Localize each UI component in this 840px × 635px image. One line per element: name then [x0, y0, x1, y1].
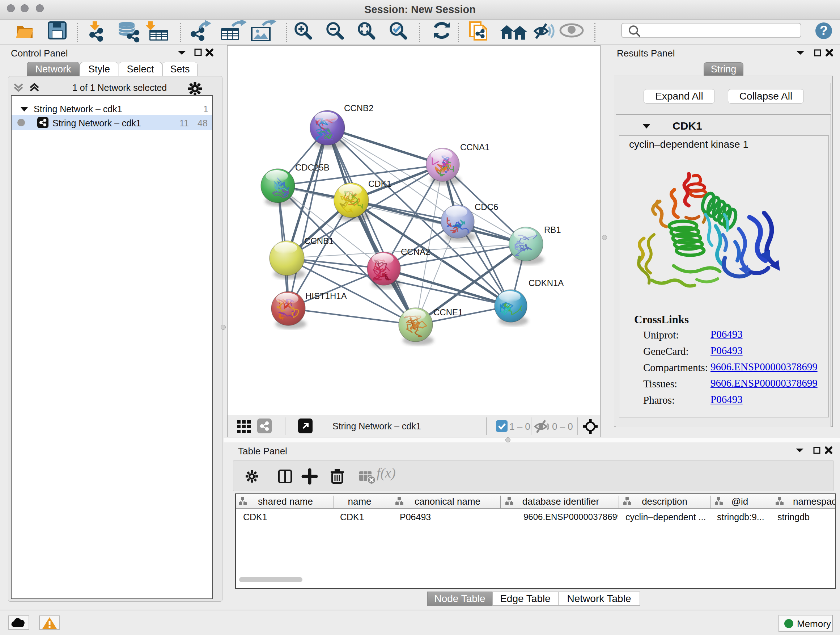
svg-text:?: ?	[820, 23, 828, 38]
svg-text:CCNB1: CCNB1	[304, 236, 333, 246]
svg-text:CDK1: CDK1	[368, 179, 392, 188]
svg-text:CCNA1: CCNA1	[460, 142, 489, 152]
svg-text:CCNE1: CCNE1	[433, 307, 463, 317]
svg-text:RB1: RB1	[544, 225, 561, 234]
svg-text:HIST1H1A: HIST1H1A	[305, 291, 347, 301]
svg-text:CDC25B: CDC25B	[295, 163, 330, 172]
svg-text:CCNB2: CCNB2	[344, 103, 373, 113]
svg-text:CCNA2: CCNA2	[401, 247, 430, 257]
svg-text:CDKN1A: CDKN1A	[529, 278, 564, 288]
svg-text:CDC6: CDC6	[475, 202, 498, 212]
